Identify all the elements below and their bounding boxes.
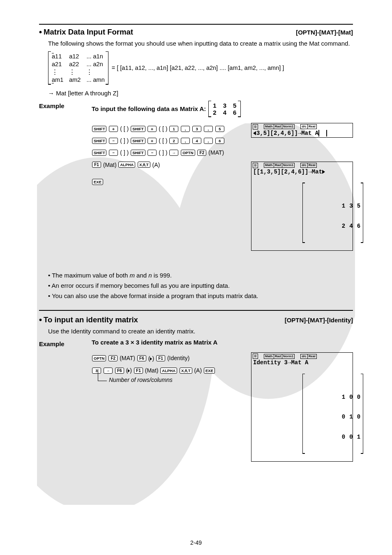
xot-key: X,θ,T [180,368,192,374]
arrow-key: → [104,368,113,374]
doc-icon: ▤ [253,163,258,168]
section-title: To input an identity matrix [39,315,138,324]
example-prompt: To create a 3 × 3 identity matrix as Mat… [92,339,353,346]
exe-key: EXE [204,368,215,374]
plus-key: ＋ [148,138,157,144]
alpha-key: ALPHA [118,162,135,168]
example-matrix: 1 3 5 2 4 6 [208,101,241,117]
three-key: 3 [92,368,101,374]
key-sequence-2: SHIFT − ( ] ) SHIFT ＋ ( [ ) 2 , 4 , 6 [92,135,245,146]
cell: ... a2n [86,61,104,67]
matrix-bracket: a11 a12 ... a1n a21 a22 ... a2n ⋮ ⋮ ⋮ am… [48,51,108,85]
annotation: Number of rows/columns [109,377,241,383]
exe-key: EXE [92,179,103,185]
six-key: 6 [215,138,224,144]
shift-key: SHIFT [131,138,145,144]
plus-key: ＋ [148,126,157,132]
cell: ⋮ [52,69,63,75]
f6-key: F6 [137,355,146,361]
two-key: 2 [169,138,178,144]
section-title: Matrix Data Input Format [39,27,133,37]
key-sequence-4: F1 (Mat) ALPHA X,θ,T (A) [92,159,245,170]
triangle-icon [128,369,130,372]
optn-key: OPTN [181,150,195,156]
section-path: [OPTN]-[MAT]-[Identity] [285,317,353,324]
left-scroll-icon [253,131,256,135]
example-label: Example [39,339,92,347]
f1-key: F1 [134,368,143,374]
f2-key: F2 [197,150,206,156]
cell: ⋮ [69,69,81,75]
cell: ... a1n [86,53,104,60]
four-key: 4 [192,138,201,144]
cell: ... amn [86,76,104,83]
optn-key: OPTN [92,355,106,361]
cell: a12 [69,53,81,60]
key-sequence-3: SHIFT − ( ] ) SHIFT − ( ] ) → OPTN F2 (M… [92,147,245,158]
shift-key: SHIFT [92,126,106,132]
example-label: Example [39,101,92,109]
mat-arrow-line: → Mat [letter A through Z] [48,90,353,97]
identity-result: 100 010 001 [302,374,363,454]
key-sequence-5: OPTN F2 (MAT) F6 () F1 (Identity) [92,352,241,363]
minus-key: − [109,150,118,156]
cell: a22 [69,61,81,67]
doc-icon: ▤ [253,354,258,359]
key-sequence-6: 3 → F6 () F1 (Mat) ALPHA X,θ,T (A) EXE [92,365,241,376]
three-key: 3 [192,126,201,132]
key-sequence-exe: EXE [92,176,245,187]
shift-key: SHIFT [92,138,106,144]
five-key: 5 [215,126,224,132]
key-sequence-1: SHIFT ＋ ( [ ) SHIFT ＋ ( [ ) 1 , 3 , 5 [92,123,245,134]
doc-icon: ▤ [253,124,258,130]
cell: a21 [52,61,63,67]
section-rule [39,310,353,311]
f1-key: F1 [92,162,101,168]
shift-key: SHIFT [131,150,145,156]
example-prompt: To input the following data as Matrix A:… [92,101,353,117]
f6-key: F6 [115,368,124,374]
right-scroll-icon [322,170,325,174]
comma-key: , [204,138,213,144]
f1-key: F1 [156,355,165,361]
comma-key: , [181,138,190,144]
page-number: 2-49 [0,539,392,546]
intro-text: Use the Identity command to create an id… [48,327,353,336]
shift-key: SHIFT [131,126,145,132]
notes-list: The maximum value of both m and n is 999… [39,271,353,301]
calc-screen-3: ▤ Math Rad Norm1 d/c Real [251,352,353,461]
matrix-format-row: a11 a12 ... a1n a21 a22 ... a2n ⋮ ⋮ ⋮ am… [48,51,353,85]
section-path: [OPTN]-[MAT]-[Mat] [296,29,353,36]
plus-key: ＋ [109,126,118,132]
alpha-key: ALPHA [160,368,177,374]
matrix-rhs: = [ [a11, a12, ..., a1n] [a21, a22, ...,… [112,65,284,71]
calc-screen-2: ▤ Math Rad Norm1 d/c Real [251,162,353,251]
arrow-key: → [169,150,178,156]
minus-key: − [148,150,157,156]
minus-key: − [109,138,118,144]
calc-screen-1: ▤ Math Rad Norm1 d/c Real [251,123,353,138]
matrix-result: 135 246 [302,183,363,243]
shift-key: SHIFT [92,150,106,156]
triangle-icon [150,357,152,361]
cell: am2 [69,76,81,83]
intro-text: The following shows the format you shoul… [48,39,353,48]
cell: a11 [52,53,63,60]
cell: am1 [52,76,63,83]
xot-key: X,θ,T [138,162,150,168]
one-key: 1 [169,126,178,132]
comma-key: , [181,126,190,132]
comma-key: , [204,126,213,132]
section-rule [39,24,353,25]
f2-key: F2 [108,355,118,361]
cell: ⋮ [86,69,104,75]
